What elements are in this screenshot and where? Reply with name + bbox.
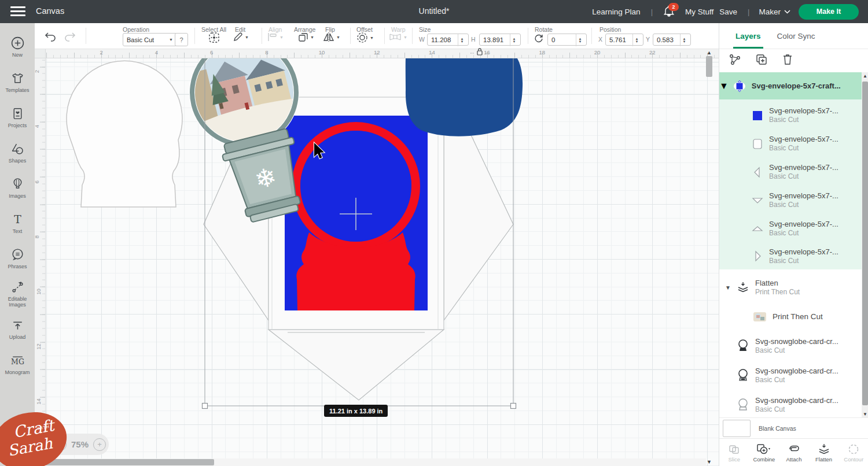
scroll-left-arrow[interactable]: ◀ — [36, 460, 40, 465]
scroll-down-arrow[interactable]: ▼ — [707, 459, 712, 465]
notifications-badge: 2 — [668, 3, 679, 11]
zoom-control: − 75% + — [51, 434, 109, 455]
scroll-up-arrow[interactable]: ▲ — [707, 50, 712, 56]
operation-select[interactable]: Basic Cut▼ — [123, 33, 177, 46]
offset-icon — [356, 32, 368, 43]
contour-button[interactable]: Contour — [838, 439, 868, 466]
zoom-out-button[interactable]: − — [54, 438, 67, 451]
canvas-horizontal-scrollbar[interactable]: ◀ — [35, 458, 706, 466]
layer-row-print-then-cut[interactable]: Print Then Cut — [719, 304, 862, 330]
ruler-number: 12 — [374, 49, 380, 56]
panel-scroll-thumb[interactable] — [862, 82, 868, 405]
layer-row-envelope-4[interactable]: Svg-envelope-5x7-...Basic Cut — [719, 186, 862, 214]
warp-button[interactable]: ▼ — [389, 32, 407, 42]
undo-button[interactable] — [44, 31, 57, 42]
layers-panel: Layers Color Sync ▼ Svg-envelope-5x7-cra… — [719, 23, 868, 466]
new-icon — [10, 36, 25, 50]
layer-row-envelope-2[interactable]: Svg-envelope-5x7-...Basic Cut — [719, 130, 862, 158]
envelope-bottom-flap — [269, 330, 444, 400]
height-stepper[interactable]: ▲▼ — [510, 34, 518, 46]
sidebar-item-templates[interactable]: Templates — [0, 64, 35, 99]
sidebar-item-editable-images[interactable]: Editable Images — [0, 276, 35, 311]
edit-toolbar: Operation Basic Cut▼ ? Select All Edit ▼… — [35, 23, 719, 49]
layer-group-flatten[interactable]: ▼ FlattenPrint Then Cut — [719, 275, 862, 300]
canvas-label: Canvas — [36, 6, 64, 16]
layer-row-envelope-6[interactable]: Svg-envelope-5x7-...Basic Cut — [719, 243, 862, 269]
offset-button[interactable]: ▼ — [356, 32, 374, 43]
delete-button[interactable] — [782, 53, 793, 68]
ruler-number: 18 — [539, 49, 546, 56]
learning-plan-link[interactable]: Learning Plan — [592, 8, 640, 16]
sidebar-item-new[interactable]: New — [0, 29, 35, 64]
slice-button[interactable]: Slice — [719, 439, 749, 466]
align-button[interactable]: ▼ — [267, 32, 284, 42]
panel-scrollbar[interactable]: ▲ ▼ — [862, 72, 868, 418]
zoom-in-button[interactable]: + — [93, 438, 106, 451]
combine-button[interactable]: Combine — [749, 439, 779, 466]
rotate-stepper[interactable]: ▲▼ — [576, 34, 584, 46]
select-all-icon — [208, 32, 220, 43]
width-stepper[interactable]: ▲▼ — [458, 34, 466, 46]
canvas-vertical-scrollbar[interactable]: ▲ ▼ — [705, 50, 713, 465]
warp-icon — [389, 32, 402, 42]
vertical-scroll-thumb[interactable] — [706, 56, 712, 77]
rotate-icon — [534, 33, 544, 43]
horizontal-scroll-thumb[interactable] — [43, 459, 214, 465]
panel-scroll-down[interactable]: ▼ — [863, 412, 867, 417]
layer-row-snowglobe-1[interactable]: Svg-snowglobe-card-cr...Basic Cut — [719, 331, 862, 360]
operation-help-button[interactable]: ? — [175, 33, 188, 46]
layer-row-envelope-1[interactable]: Svg-envelope-5x7-...Basic Cut — [719, 101, 862, 130]
sidebar-item-monogram[interactable]: MG Monogram — [0, 346, 35, 382]
flip-button[interactable]: ▼ — [323, 32, 340, 42]
sidebar-item-projects[interactable]: Projects — [0, 99, 35, 135]
print-then-cut-thumb — [753, 312, 767, 322]
chevron-down-icon[interactable]: ▼ — [725, 284, 732, 291]
sidebar-item-phrases[interactable]: Phrases — [0, 241, 35, 276]
position-x-stepper[interactable]: ▲▼ — [632, 34, 641, 46]
save-link[interactable]: Save — [719, 8, 737, 16]
select-all-button[interactable] — [208, 32, 220, 43]
ruler-number: 2 — [100, 49, 103, 56]
group-button[interactable] — [729, 53, 741, 68]
sidebar-item-text[interactable]: T Text — [0, 205, 35, 241]
position-y-stepper[interactable]: ▲▼ — [680, 34, 688, 46]
sidebar-item-shapes[interactable]: Shapes — [0, 135, 35, 170]
editable-images-icon — [10, 280, 25, 294]
sidebar-item-images[interactable]: Images — [0, 170, 35, 205]
project-title[interactable]: Untitled* — [419, 6, 450, 16]
blank-canvas-row[interactable]: Blank Canvas — [719, 417, 868, 439]
chevron-down-icon — [784, 10, 790, 14]
arrange-button[interactable]: ▼ — [298, 32, 314, 42]
blank-canvas-label: Blank Canvas — [759, 425, 796, 432]
menu-icon[interactable] — [10, 6, 25, 17]
layer-row-envelope-3[interactable]: Svg-envelope-5x7-...Basic Cut — [719, 158, 862, 186]
edit-button[interactable]: ▼ — [233, 32, 249, 42]
machine-select[interactable]: Maker — [759, 8, 790, 16]
templates-icon — [10, 71, 25, 86]
design-canvas[interactable]: ❄ 11.21 in x 13.89 in − 7 — [35, 49, 719, 466]
snowglobe-thumb-outline — [737, 398, 749, 412]
rotate-button[interactable] — [534, 33, 544, 43]
notifications-bell-icon[interactable]: 2 — [663, 5, 675, 18]
combine-icon — [756, 443, 771, 455]
layer-row-envelope-5[interactable]: Svg-envelope-5x7-...Basic Cut — [719, 214, 862, 243]
layer-group-envelope[interactable]: ▼ Svg-envelope-5x7-craft... — [719, 72, 862, 99]
layer-row-snowglobe-2[interactable]: Svg-snowglobe-card-cr...Basic Cut — [719, 361, 862, 390]
sidebar-item-upload[interactable]: Upload — [0, 311, 35, 346]
canvas-color-swatch[interactable] — [723, 420, 751, 437]
make-it-button[interactable]: Make It — [799, 4, 859, 20]
cricut-design-space-app: Canvas Untitled* Learning Plan | 2 My St… — [0, 0, 868, 466]
panel-scroll-up[interactable]: ▲ — [863, 73, 867, 79]
my-stuff-link[interactable]: My Stuff — [685, 8, 713, 16]
duplicate-button[interactable] — [755, 53, 768, 68]
tab-layers[interactable]: Layers — [735, 23, 761, 49]
lock-icon[interactable] — [470, 47, 490, 56]
tab-color-sync[interactable]: Color Sync — [777, 23, 815, 49]
flatten-button[interactable]: Flatten — [809, 439, 839, 466]
white-square-thumb — [752, 138, 763, 150]
redo-button[interactable] — [64, 31, 76, 42]
layer-row-snowglobe-3[interactable]: Svg-snowglobe-card-cr...Basic Cut — [719, 390, 862, 419]
chevron-down-icon[interactable]: ▼ — [719, 81, 729, 91]
attach-button[interactable]: Attach — [779, 439, 809, 466]
svg-text:T: T — [14, 213, 21, 225]
